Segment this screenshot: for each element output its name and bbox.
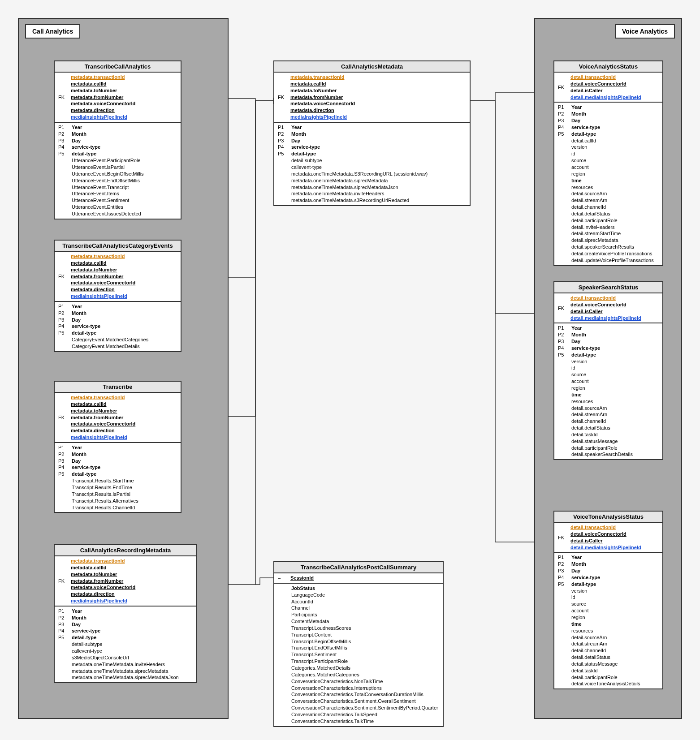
- table-row: P3Day: [55, 621, 196, 628]
- table-row: region: [554, 385, 662, 392]
- table-row: detail.channelId: [554, 647, 662, 654]
- row-value: detail.inviteHeaders: [570, 224, 661, 231]
- table-row: detail.streamArn: [554, 641, 662, 647]
- row-value: detail.detailStatus: [570, 425, 661, 431]
- fk-field: metadata.toNumber: [71, 571, 194, 578]
- table-row: metadata.oneTimeMetadata.InviteHeaders: [55, 661, 196, 668]
- table-row: P4service-type: [55, 144, 181, 151]
- table-row: detail.statusMessage: [554, 661, 662, 667]
- table-row: Categories.MatchedCategories: [274, 671, 443, 678]
- row-value: ConversationCharacteristics.NonTalkTime: [290, 678, 441, 685]
- row-value: Day: [570, 117, 661, 124]
- table-row: UtteranceEvent.IssuesDetected: [55, 211, 181, 217]
- table-row: id: [554, 594, 662, 601]
- table-row: P3Day: [55, 138, 181, 144]
- row-key: P5: [56, 151, 71, 157]
- row-value: detail.statusMessage: [570, 661, 661, 667]
- fk-block: FKdetail.transactionIddetail.voiceConnec…: [554, 293, 662, 323]
- row-value: UtteranceEvent.Sentiment: [71, 197, 179, 204]
- table-row: Transcript.Content: [274, 632, 443, 638]
- fk-label: FK: [56, 578, 71, 584]
- row-value: detail.updateVoiceProfileTransactions: [570, 257, 661, 264]
- row-value: metadata.oneTimeMetadata.InviteHeaders: [71, 661, 194, 668]
- table-row: detail.detailStatus: [554, 425, 662, 431]
- row-value: Month: [71, 615, 194, 621]
- fk-field: metadata.voiceConnectorId: [71, 584, 194, 591]
- table-row: P1Year: [274, 124, 470, 131]
- row-value: Categories.MatchedCategories: [290, 671, 441, 678]
- row-value: metadata.oneTimeMetadata.S3RecordingURL …: [290, 171, 468, 177]
- table-row: metadata.oneTimeMetadata.inviteHeaders: [274, 190, 470, 197]
- table-row: ContentMetadata: [274, 618, 443, 625]
- row-value: version: [570, 588, 661, 594]
- row-value: resources: [570, 628, 661, 634]
- table-row: UtteranceEvent.EndOffsetMillis: [55, 177, 181, 184]
- row-value: UtteranceEvent.Items: [71, 190, 179, 197]
- table-row: P2Month: [554, 331, 662, 338]
- row-value: service-type: [570, 574, 661, 581]
- table-row: detail.voiceToneAnalysisDetails: [554, 680, 662, 687]
- row-value: Transcript.Sentiment: [290, 651, 441, 658]
- table-row: time: [554, 392, 662, 398]
- table-row: s3MediaObjectConsoleUrl: [55, 654, 196, 661]
- fk-field: metadata.fromNumber: [290, 94, 468, 101]
- row-value: Transcript.Content: [290, 632, 441, 638]
- row-value: time: [570, 392, 661, 398]
- row-key: P4: [556, 574, 570, 581]
- row-key: P2: [556, 331, 570, 338]
- fk-field: metadata.direction: [71, 107, 179, 114]
- table-row: ConversationCharacteristics.Sentiment.Se…: [274, 705, 443, 711]
- table-row: time: [554, 621, 662, 628]
- row-value: detail.participantRole: [570, 217, 661, 224]
- table-row: P4service-type: [554, 124, 662, 131]
- entity-title: CallAnalyticsMetadata: [274, 61, 470, 73]
- row-key: P3: [556, 338, 570, 345]
- table-row: Transcript.Results.EndTime: [55, 484, 181, 491]
- row-value: UtteranceEvent.Entities: [71, 204, 179, 211]
- table-row: P2Month: [554, 561, 662, 568]
- table-row: source: [554, 601, 662, 607]
- table-row: Transcript.Results.StartTime: [55, 478, 181, 484]
- row-value: Day: [71, 317, 179, 323]
- row-value: detail-subtype: [71, 641, 194, 648]
- row-value: Participants: [290, 611, 441, 618]
- table-row: Transcript.Results.ChannelId: [55, 504, 181, 511]
- row-value: metadata.oneTimeMetadata.s3RecordingUrlR…: [290, 197, 468, 204]
- row-key: P3: [56, 621, 71, 628]
- table-row: CategoryEvent.MatchedCategories: [55, 336, 181, 343]
- row-value: region: [570, 385, 661, 392]
- voice-analytics-title: Voice Analytics: [615, 24, 675, 39]
- fk-field: detail.isCaller: [570, 538, 661, 544]
- fk-field: metadata.direction: [290, 107, 468, 114]
- row-value: Transcript.ParticipantRole: [290, 658, 441, 665]
- table-row: Transcript.ParticipantRole: [274, 658, 443, 665]
- entity-title: SpeakerSearchStatus: [554, 282, 662, 293]
- fk-field: metadata.direction: [71, 427, 179, 434]
- row-value: Month: [570, 111, 661, 117]
- row-value: UtteranceEvent.Transcript: [71, 184, 179, 191]
- row-value: Transcript.BeginOffsetMillis: [290, 638, 441, 645]
- row-value: Year: [71, 124, 179, 131]
- row-value: detail.createVoiceProfileTransactions: [570, 250, 661, 257]
- table-row: detail.streamArn: [554, 411, 662, 418]
- table-row: id: [554, 365, 662, 371]
- table-row: detail.participantRole: [554, 445, 662, 452]
- table-row: P2Month: [55, 310, 181, 317]
- row-value: AccountId: [290, 598, 441, 605]
- table-row: UtteranceEvent.BeginOffsetMillis: [55, 171, 181, 177]
- fk-field: metadata.callId: [71, 81, 179, 87]
- table-row: metadata.oneTimeMetadata.siprecMetadata: [274, 177, 470, 184]
- fk-field: metadata.fromNumber: [71, 578, 194, 585]
- table-row: UtteranceEvent.Transcript: [55, 184, 181, 191]
- row-value: detail.taskId: [570, 431, 661, 438]
- row-value: service-type: [290, 144, 468, 151]
- table-row: detail.inviteHeaders: [554, 224, 662, 231]
- row-value: account: [570, 164, 661, 171]
- row-value: detail-type: [71, 471, 179, 478]
- table-row: P5detail-type: [55, 151, 181, 157]
- table-row: detail.streamArn: [554, 197, 662, 204]
- row-value: Year: [570, 325, 661, 331]
- table-row: P3Day: [554, 338, 662, 345]
- session-dash: –: [276, 575, 290, 581]
- fk-field: mediaInsightsPipelineId: [290, 114, 468, 120]
